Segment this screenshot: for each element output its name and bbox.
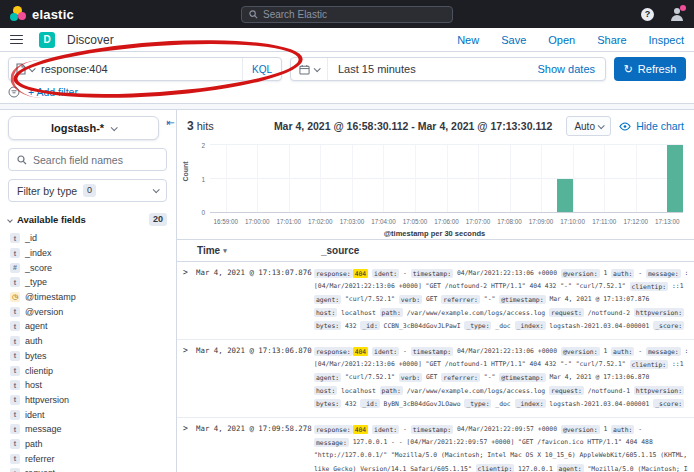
source-line: [04/Mar/2021:22:13:06 +0000] "GET /notfo… xyxy=(314,358,688,371)
field-badge: _type: xyxy=(464,321,491,330)
field-badge: httpversion: xyxy=(634,386,684,395)
add-filter-button[interactable]: + Add filter xyxy=(28,86,78,98)
expand-row-icon[interactable]: > xyxy=(183,423,196,435)
search-icon xyxy=(249,10,258,19)
space-badge[interactable]: D xyxy=(39,32,55,48)
show-dates-button[interactable]: Show dates xyxy=(538,63,605,75)
saved-query-menu-button[interactable] xyxy=(9,58,41,80)
refresh-button[interactable]: ↻ Refresh xyxy=(614,57,686,81)
gridline xyxy=(573,145,574,212)
field-item-agent[interactable]: tagent xyxy=(8,319,167,334)
field-item-bytes[interactable]: tbytes xyxy=(8,349,167,364)
field-item-_id[interactable]: t_id xyxy=(8,231,167,246)
histogram-bar[interactable] xyxy=(557,179,573,213)
x-tick-label: 17:07:00 xyxy=(466,218,491,225)
expand-row-icon[interactable]: > xyxy=(183,345,196,357)
navbar-actions: NewSaveOpenShareInspect xyxy=(457,34,684,46)
field-badge: path: xyxy=(380,308,403,317)
refresh-label: Refresh xyxy=(638,63,677,75)
expand-row-icon[interactable]: > xyxy=(183,267,196,279)
nav-action-new[interactable]: New xyxy=(457,34,479,46)
field-item-message[interactable]: tmessage xyxy=(8,422,167,437)
field-item-httpversion[interactable]: thttpversion xyxy=(8,393,167,408)
field-item-ident[interactable]: tident xyxy=(8,407,167,422)
elastic-logo[interactable]: elastic xyxy=(10,6,74,22)
field-item-@timestamp[interactable]: ◷@timestamp xyxy=(8,290,167,305)
field-item-referrer[interactable]: treferrer xyxy=(8,451,167,466)
field-item-auth[interactable]: tauth xyxy=(8,334,167,349)
gridline xyxy=(383,145,384,212)
field-item-@version[interactable]: t@version xyxy=(8,304,167,319)
field-search-input[interactable]: Search field names xyxy=(8,148,167,171)
doc-table-body: >Mar 4, 2021 @ 17:13:07.876response:404 … xyxy=(177,262,694,472)
hide-chart-button[interactable]: Hide chart xyxy=(619,120,684,132)
source-line: [04/Mar/2021:22:13:06 +0000] "GET /notfo… xyxy=(314,280,688,293)
text-field-icon: t xyxy=(10,233,20,243)
brand-name: elastic xyxy=(32,7,74,22)
nav-action-share[interactable]: Share xyxy=(597,34,626,46)
gridline xyxy=(289,145,290,212)
interval-select[interactable]: Auto xyxy=(566,116,611,136)
field-name: ident xyxy=(25,410,45,420)
field-item-path[interactable]: tpath xyxy=(8,437,167,452)
field-item-_score[interactable]: #_score xyxy=(8,260,167,275)
field-badge: _score: xyxy=(653,321,684,330)
available-fields-header[interactable]: Available fields 20 xyxy=(8,213,167,226)
field-list: t_idt_index#_scoret_type◷@timestampt@ver… xyxy=(8,231,167,472)
hits-value: 3 xyxy=(187,119,194,133)
elastic-logo-icon xyxy=(10,6,26,22)
field-item-request[interactable]: trequest xyxy=(8,466,167,472)
field-item-clientip[interactable]: tclientip xyxy=(8,363,167,378)
nav-action-open[interactable]: Open xyxy=(548,34,575,46)
histogram-plot[interactable] xyxy=(210,145,683,213)
chevron-down-icon xyxy=(7,217,13,223)
discover-main: 3 hits Mar 4, 2021 @ 16:58:30.112 - Mar … xyxy=(177,110,694,472)
field-item-_index[interactable]: t_index xyxy=(8,246,167,261)
field-name: bytes xyxy=(25,351,47,361)
x-tick-label: 17:02:00 xyxy=(308,218,333,225)
row-source: response:404 ident: - timestamp: 04/Mar/… xyxy=(314,423,688,472)
filter-by-type-select[interactable]: Filter by type 0 xyxy=(8,179,167,202)
field-badge: host: xyxy=(314,308,337,317)
help-icon[interactable]: ? xyxy=(641,8,654,21)
x-tick-label: 16:59:00 xyxy=(214,218,239,225)
field-badge: _id: xyxy=(360,399,379,408)
histogram-bar[interactable] xyxy=(667,145,683,212)
source-line: bytes: 432 _id: ByBN_3cB04dGovJLOawo _ty… xyxy=(314,398,688,411)
field-badge: agent: xyxy=(557,464,584,472)
filter-by-type-label: Filter by type xyxy=(17,185,77,197)
text-field-icon: t xyxy=(10,336,20,346)
x-tick-label: 17:03:00 xyxy=(340,218,365,225)
index-pattern-select[interactable]: logstash-* xyxy=(8,116,159,140)
time-range-value[interactable]: Last 15 minutes xyxy=(328,63,426,75)
menu-icon[interactable] xyxy=(10,35,23,45)
table-header: Time ▾ _source xyxy=(177,240,694,262)
filter-bar: + Add filter xyxy=(0,85,694,104)
global-search-input[interactable]: Search Elastic xyxy=(241,6,453,23)
sort-desc-icon[interactable]: ▾ xyxy=(223,247,227,255)
gridline xyxy=(604,145,605,212)
text-field-icon: t xyxy=(10,395,20,405)
time-column-header[interactable]: Time ▾ xyxy=(197,245,321,256)
query-control: response:404 KQL xyxy=(8,57,282,81)
filter-options-icon[interactable] xyxy=(8,86,20,98)
field-badge: timestamp: xyxy=(411,347,453,356)
field-item-host[interactable]: thost xyxy=(8,378,167,393)
field-badge: @timestamp: xyxy=(499,373,545,382)
field-item-_type[interactable]: t_type xyxy=(8,275,167,290)
available-fields-label: Available fields xyxy=(17,214,86,225)
nav-action-save[interactable]: Save xyxy=(501,34,526,46)
nav-action-inspect[interactable]: Inspect xyxy=(649,34,684,46)
query-language-button[interactable]: KQL xyxy=(242,58,281,80)
field-badge: host: xyxy=(314,386,337,395)
date-picker-menu-button[interactable] xyxy=(291,58,328,80)
field-badge: response: xyxy=(314,425,353,434)
field-badge: @version: xyxy=(561,347,600,356)
field-badge: _index: xyxy=(515,321,546,330)
x-tick-label: 17:08:00 xyxy=(497,218,522,225)
row-source: response:404 ident: - timestamp: 04/Mar/… xyxy=(314,345,688,411)
search-icon xyxy=(17,155,27,165)
query-input[interactable]: response:404 xyxy=(41,63,242,75)
collapse-sidebar-icon[interactable]: ⇤ xyxy=(167,117,175,128)
user-avatar-icon[interactable] xyxy=(669,7,684,22)
